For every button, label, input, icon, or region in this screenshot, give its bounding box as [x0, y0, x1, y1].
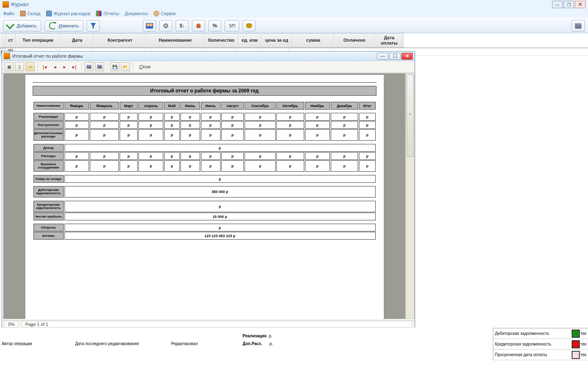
main-toolbar: Добавить Изменить	[0, 18, 588, 33]
legend-panel: Дебеторская задолженностьтек Кредиторска…	[493, 328, 588, 360]
view-page-button[interactable]: ▯	[15, 62, 24, 71]
percent-icon	[212, 22, 217, 29]
menu-reports[interactable]: Отчеты	[96, 11, 119, 16]
print-setup-button[interactable]	[85, 62, 94, 71]
zp-icon	[229, 23, 235, 28]
legend-deb-label: Дебеторская задолженность	[495, 331, 549, 336]
menu-expense-log[interactable]: Журнал расходов	[46, 11, 91, 16]
report-window: Итоговый отчет по работе фирмы — ☐ ✕ ▦ ▯…	[2, 51, 415, 328]
edited-by-label: Редактировал	[171, 341, 243, 346]
col-unit[interactable]: ед. изм	[238, 33, 261, 47]
report-title: Итоговый отчет о работе фирмы за 2009 го…	[33, 86, 376, 96]
col-paydate[interactable]: Дата оплаты	[375, 33, 403, 47]
report-table: Наименование ЯнварьФевральМартАпрельМайИ…	[33, 101, 376, 240]
filter-button[interactable]	[87, 20, 100, 31]
legend-overdue-label: Просроченная дата оплаты	[495, 352, 547, 357]
last-edit-label: Дата последнего редактирования	[75, 341, 171, 346]
open-button[interactable]: 📂	[121, 62, 130, 71]
month-header-row: Наименование ЯнварьФевральМартАпрельМайИ…	[33, 102, 376, 110]
report-statusbar: 0% Page 1 of 1	[2, 320, 414, 328]
menubar: Файл Склад Журнал расходов Отчеты Докуме…	[0, 9, 588, 18]
swatch-red-icon	[572, 340, 580, 348]
report-maximize-button[interactable]: ☐	[389, 53, 401, 60]
col-paid[interactable]: Оплачено	[334, 33, 375, 47]
report-app-icon	[4, 53, 10, 59]
view-thumb-button[interactable]: ▦	[4, 62, 13, 71]
gear-icon	[163, 23, 169, 29]
report-close-button[interactable]: ✕	[401, 53, 413, 60]
house-icon	[196, 23, 201, 28]
col-qty[interactable]: Количество	[204, 33, 238, 47]
print-icon	[575, 23, 581, 29]
grid-header: ст Тип операции Дата Контрагент Наименов…	[0, 33, 588, 48]
col-priceper[interactable]: цена за ед	[261, 33, 292, 47]
gear-button[interactable]	[159, 20, 172, 31]
nav-next-button[interactable]: ▸	[60, 63, 69, 71]
dollar-icon	[180, 23, 185, 29]
status-page: Page 1 of 1	[22, 321, 412, 328]
report-toolbar: ▦ ▯ ▭ |◂ ◂ ▸ ▸| 💾 📂 Close	[2, 61, 414, 73]
menu-documents[interactable]: Документы	[125, 11, 148, 16]
bag-button[interactable]	[243, 20, 256, 31]
col-op[interactable]: Тип операции	[16, 33, 60, 47]
close-link[interactable]: Close	[139, 64, 151, 69]
zp-button[interactable]	[225, 20, 239, 31]
swatch-green-icon	[572, 330, 580, 338]
menu-service[interactable]: Сервис	[154, 11, 176, 16]
report-minimize-button[interactable]: —	[377, 53, 388, 60]
swatch-ltred-icon	[572, 351, 580, 359]
legend-cred-label: Кредиторская задолженность	[495, 342, 551, 346]
col-contr[interactable]: Контрагент	[94, 33, 146, 47]
people-icon	[146, 23, 153, 29]
details-panel: Реализацияр. Автор операции Дата последн…	[0, 328, 588, 368]
report-titlebar[interactable]: Итоговый отчет по работе фирмы — ☐ ✕	[2, 52, 414, 61]
funnel-icon	[90, 23, 96, 29]
author-label: Автор операции	[2, 341, 75, 346]
dollar-button[interactable]	[176, 20, 189, 31]
col-date[interactable]: Дата	[60, 33, 94, 47]
save-button[interactable]: 💾	[110, 62, 119, 71]
edit-button[interactable]: Изменить	[45, 20, 84, 31]
report-viewport[interactable]: Итоговый отчет о работе фирмы за 2009 го…	[3, 73, 405, 319]
house-button[interactable]	[192, 20, 205, 31]
print-report-button[interactable]	[95, 62, 104, 71]
minimize-button[interactable]: —	[552, 1, 563, 8]
people-button[interactable]	[143, 20, 156, 31]
window-title: Журнал	[11, 2, 29, 7]
app-icon	[2, 1, 9, 8]
add-button[interactable]: Добавить	[3, 20, 41, 31]
bag-icon	[246, 23, 252, 28]
main-titlebar: Журнал — ❐ ✕	[0, 0, 588, 9]
maximize-button[interactable]: ❐	[564, 1, 574, 8]
close-button[interactable]: ✕	[575, 1, 586, 8]
nav-last-button[interactable]: ▸|	[70, 63, 78, 71]
menu-file[interactable]: Файл	[3, 11, 14, 16]
view-wide-button[interactable]: ▭	[26, 62, 35, 71]
col-sum[interactable]: сумма	[292, 33, 334, 47]
col-st[interactable]: ст	[6, 33, 16, 47]
menu-stock[interactable]: Склад	[20, 11, 40, 16]
percent-button[interactable]	[208, 20, 221, 31]
print-button[interactable]	[572, 20, 585, 31]
nav-prev-button[interactable]: ◂	[51, 63, 59, 71]
report-scrollbar[interactable]	[406, 73, 414, 319]
status-percent: 0%	[4, 321, 18, 328]
col-name[interactable]: Наименование	[146, 33, 204, 47]
report-window-title: Итоговый отчет по работе фирмы	[12, 54, 83, 58]
nav-first-button[interactable]: |◂	[41, 63, 49, 71]
